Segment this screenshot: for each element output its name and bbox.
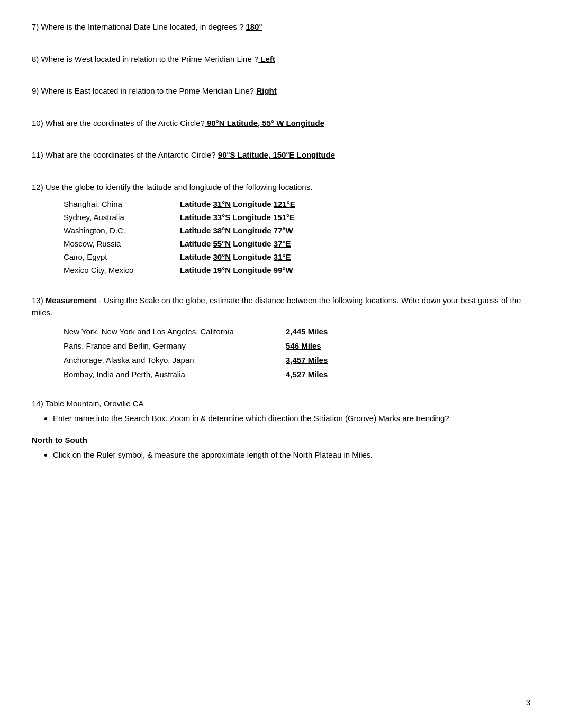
location-name: Shanghai, China bbox=[64, 199, 180, 208]
q9-text: 9) Where is East located in relation to … bbox=[32, 86, 277, 95]
q10-body: What are the coordinates of the Arctic C… bbox=[46, 119, 205, 128]
q8-text: 8) Where is West located in relation to … bbox=[32, 54, 275, 63]
locations-table: Shanghai, ChinaLatitude 31°N Longitude 1… bbox=[64, 199, 434, 275]
q14-body: Table Mountain, Oroville CA bbox=[46, 399, 144, 408]
q7-answer: 180° bbox=[246, 22, 262, 31]
measurements-table: New York, New York and Los Angeles, Cali… bbox=[64, 327, 434, 379]
location-row: Moscow, RussiaLatitude 55°N Longitude 37… bbox=[64, 239, 434, 248]
q9-body: Where is East located in relation to the… bbox=[41, 86, 257, 95]
location-coords: Latitude 38°N Longitude 77°W bbox=[180, 226, 293, 235]
location-row: Mexico City, MexicoLatitude 19°N Longitu… bbox=[64, 266, 434, 275]
q12-body: Use the globe to identify the latitude a… bbox=[46, 183, 313, 192]
q7-body: Where is the International Date Line loc… bbox=[41, 22, 246, 31]
location-row: Washington, D.C.Latitude 38°N Longitude … bbox=[64, 226, 434, 235]
q14-prefix: 14) bbox=[32, 399, 43, 408]
q10-prefix: 10) bbox=[32, 119, 43, 128]
question-9: 9) Where is East located in relation to … bbox=[32, 85, 530, 97]
q10-text: 10) What are the coordinates of the Arct… bbox=[32, 119, 324, 128]
north-south-heading: North to South bbox=[32, 435, 530, 444]
measurement-value: 4,527 Miles bbox=[286, 370, 328, 379]
measurement-label: Anchorage, Alaska and Tokyo, Japan bbox=[64, 356, 286, 365]
page-number: 3 bbox=[526, 698, 530, 707]
measurement-label: Bombay, India and Perth, Australia bbox=[64, 370, 286, 379]
question-12: 12) Use the globe to identify the latitu… bbox=[32, 181, 530, 275]
measurement-label: New York, New York and Los Angeles, Cali… bbox=[64, 327, 286, 336]
q12-prefix: 12) bbox=[32, 183, 43, 192]
q11-prefix: 11) bbox=[32, 150, 43, 159]
q8-prefix: 8) bbox=[32, 54, 39, 63]
measurement-row: Anchorage, Alaska and Tokyo, Japan 3,457… bbox=[64, 356, 434, 365]
location-coords: Latitude 31°N Longitude 121°E bbox=[180, 199, 295, 208]
location-coords: Latitude 33°S Longitude 151°E bbox=[180, 213, 295, 222]
location-name: Cairo, Egypt bbox=[64, 252, 180, 261]
location-row: Sydney, AustraliaLatitude 33°S Longitude… bbox=[64, 213, 434, 222]
question-10: 10) What are the coordinates of the Arct… bbox=[32, 117, 530, 130]
q9-prefix: 9) bbox=[32, 86, 39, 95]
location-row: Shanghai, ChinaLatitude 31°N Longitude 1… bbox=[64, 199, 434, 208]
location-name: Mexico City, Mexico bbox=[64, 266, 180, 275]
question-11: 11) What are the coordinates of the Anta… bbox=[32, 149, 530, 161]
q7-prefix: 7) bbox=[32, 22, 39, 31]
question-8: 8) Where is West located in relation to … bbox=[32, 53, 530, 66]
q14-bullet-list: Enter name into the Search Box. Zoom in … bbox=[53, 412, 530, 425]
q8-body: Where is West located in relation to the… bbox=[41, 54, 259, 63]
question-13: 13) Measurement - Using the Scale on the… bbox=[32, 295, 530, 379]
north-south-bullet-1: Click on the Ruler symbol, & measure the… bbox=[53, 449, 530, 461]
measurement-row: Bombay, India and Perth, Australia 4,527… bbox=[64, 370, 434, 379]
measurement-row: Paris, France and Berlin, Germany 546 Mi… bbox=[64, 341, 434, 350]
north-south-section: North to South Click on the Ruler symbol… bbox=[32, 435, 530, 461]
q8-answer: Left bbox=[258, 54, 275, 63]
question-7: 7) Where is the International Date Line … bbox=[32, 21, 530, 33]
measurement-value: 546 Miles bbox=[286, 341, 321, 350]
location-coords: Latitude 55°N Longitude 37°E bbox=[180, 239, 291, 248]
measurement-value: 2,445 Miles bbox=[286, 327, 328, 336]
measurement-label: Paris, France and Berlin, Germany bbox=[64, 341, 286, 350]
north-south-bullets: Click on the Ruler symbol, & measure the… bbox=[53, 449, 530, 461]
q10-answer: 90°N Latitude, 55° W Longitude bbox=[205, 119, 324, 128]
q14-bullet-1: Enter name into the Search Box. Zoom in … bbox=[53, 412, 530, 425]
q13-text: 13) Measurement - Using the Scale on the… bbox=[32, 295, 530, 319]
q14-title: 14) Table Mountain, Oroville CA bbox=[32, 399, 530, 408]
measurement-row: New York, New York and Los Angeles, Cali… bbox=[64, 327, 434, 336]
location-name: Moscow, Russia bbox=[64, 239, 180, 248]
q9-answer: Right bbox=[256, 86, 276, 95]
q13-bold-word: Measurement bbox=[46, 296, 97, 305]
measurement-value: 3,457 Miles bbox=[286, 356, 328, 365]
q7-text: 7) Where is the International Date Line … bbox=[32, 22, 262, 31]
q11-text: 11) What are the coordinates of the Anta… bbox=[32, 150, 335, 159]
q11-body: What are the coordinates of the Antarcti… bbox=[46, 150, 218, 159]
q12-text: 12) Use the globe to identify the latitu… bbox=[32, 181, 530, 194]
location-name: Washington, D.C. bbox=[64, 226, 180, 235]
location-row: Cairo, EgyptLatitude 30°N Longitude 31°E bbox=[64, 252, 434, 261]
q13-prefix: 13) bbox=[32, 296, 43, 305]
location-name: Sydney, Australia bbox=[64, 213, 180, 222]
question-14: 14) Table Mountain, Oroville CA Enter na… bbox=[32, 399, 530, 425]
q13-body: - Using the Scale on the globe, estimate… bbox=[32, 296, 521, 317]
location-coords: Latitude 30°N Longitude 31°E bbox=[180, 252, 291, 261]
q11-answer: 90°S Latitude, 150°E Longitude bbox=[218, 150, 335, 159]
location-coords: Latitude 19°N Longitude 99°W bbox=[180, 266, 293, 275]
